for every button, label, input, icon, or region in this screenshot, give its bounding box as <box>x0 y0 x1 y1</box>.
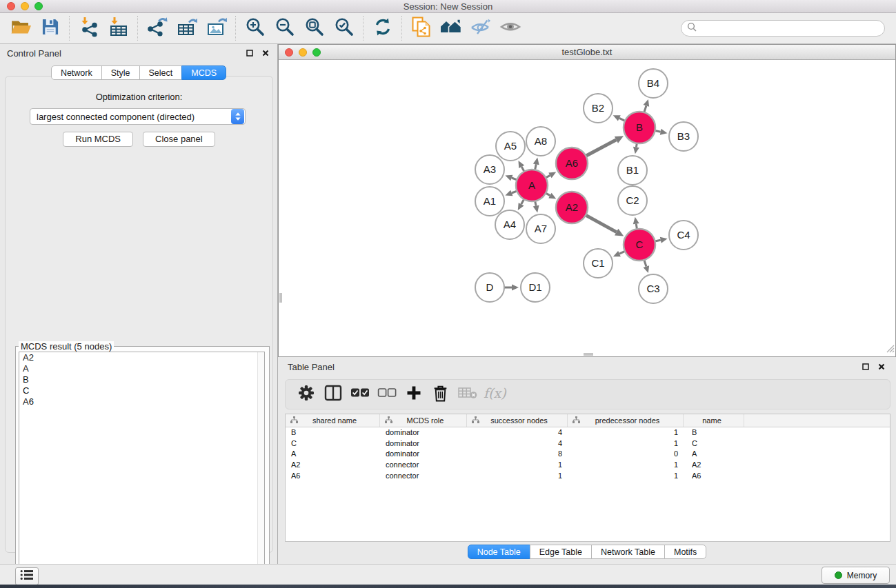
table-cell[interactable]: C <box>684 438 744 449</box>
column-header-predecessor-nodes[interactable]: predecessor nodes <box>568 414 684 427</box>
home-button[interactable] <box>436 15 466 41</box>
hide-selected-button[interactable] <box>466 15 495 41</box>
zoom-selected-button[interactable] <box>329 15 359 41</box>
table-cell[interactable]: 1 <box>568 460 684 471</box>
tab-select[interactable]: Select <box>139 65 183 80</box>
clear-checks-button[interactable] <box>373 381 400 407</box>
table-cell[interactable]: 1 <box>467 471 568 482</box>
show-all-button[interactable] <box>495 15 525 41</box>
horizontal-scroll-thumb[interactable] <box>584 353 593 356</box>
import-table-button[interactable] <box>103 15 133 41</box>
open-session-button[interactable] <box>6 15 35 41</box>
select-all-checks-button[interactable] <box>346 381 373 407</box>
run-mcds-button[interactable]: Run MCDS <box>63 132 133 147</box>
graph-node-c2[interactable]: C2 <box>618 186 647 215</box>
graph-node-a[interactable]: A <box>516 170 548 201</box>
tab-edge-table[interactable]: Edge Table <box>530 545 592 559</box>
zoom-fit-button[interactable] <box>299 15 329 41</box>
column-header-shared-name[interactable]: shared name <box>286 414 380 427</box>
graph-edge[interactable] <box>655 240 660 241</box>
column-header-name[interactable]: name <box>684 414 744 427</box>
tab-network[interactable]: Network <box>51 65 102 80</box>
graph-node-c3[interactable]: C3 <box>639 274 668 303</box>
graph-node-b[interactable]: B <box>624 112 655 143</box>
table-cell[interactable]: 1 <box>467 460 568 471</box>
resize-grip-icon[interactable] <box>885 343 895 356</box>
graph-node-a7[interactable]: A7 <box>526 214 555 243</box>
graph-node-c1[interactable]: C1 <box>584 249 613 278</box>
column-header-successor-nodes[interactable]: successor nodes <box>467 414 568 427</box>
search-input[interactable] <box>700 23 879 33</box>
table-cell[interactable]: dominator <box>380 427 467 438</box>
graph-node-d1[interactable]: D1 <box>521 273 550 302</box>
table-cell[interactable]: dominator <box>380 449 467 460</box>
graph-node-a2[interactable]: A2 <box>556 192 588 223</box>
graph-node-c4[interactable]: C4 <box>669 221 698 250</box>
export-table-button[interactable] <box>172 15 201 41</box>
network-close-button[interactable] <box>285 48 293 57</box>
network-canvas[interactable]: B4B2BB3A8A5A6A3B1AA1C2A2A4A7C4CC1C3DD1 <box>279 60 895 356</box>
table-cell[interactable]: 8 <box>467 449 568 460</box>
graph-edge[interactable] <box>644 105 646 112</box>
network-documents-button[interactable] <box>406 15 436 41</box>
zoom-in-button[interactable] <box>240 15 270 41</box>
mcds-result-item[interactable]: A <box>19 363 264 374</box>
float-panel-icon[interactable] <box>245 48 255 58</box>
refresh-button[interactable] <box>368 15 397 41</box>
close-window-button[interactable] <box>7 2 15 10</box>
network-minimize-button[interactable] <box>299 48 307 57</box>
memory-button[interactable]: Memory <box>822 567 890 584</box>
tab-style[interactable]: Style <box>101 65 140 80</box>
table-row[interactable]: A6connector11A6 <box>286 471 890 482</box>
table-cell[interactable]: 1 <box>568 438 684 449</box>
table-cell[interactable]: A2 <box>286 460 380 471</box>
search-box[interactable] <box>681 20 885 37</box>
tab-node-table[interactable]: Node Table <box>468 545 530 559</box>
graph-node-b3[interactable]: B3 <box>669 122 698 151</box>
table-row[interactable]: A2connector11A2 <box>286 460 890 471</box>
table-cell[interactable]: A6 <box>286 471 380 482</box>
mcds-result-item[interactable]: B <box>19 374 264 385</box>
table-cell[interactable]: connector <box>380 460 467 471</box>
save-session-button[interactable] <box>35 15 65 41</box>
table-cell[interactable]: 4 <box>467 427 568 438</box>
vertical-scroll-thumb[interactable] <box>279 293 282 303</box>
zoom-out-button[interactable] <box>270 15 299 41</box>
graph-node-b2[interactable]: B2 <box>584 94 613 123</box>
table-float-panel-icon[interactable] <box>861 362 870 372</box>
zoom-window-button[interactable] <box>34 2 43 10</box>
graph-edge[interactable] <box>521 199 524 204</box>
mcds-result-item[interactable]: A2 <box>19 352 264 363</box>
table-close-panel-icon[interactable] <box>877 362 886 372</box>
close-panel-button[interactable]: Close panel <box>143 132 215 147</box>
graph-node-c[interactable]: C <box>624 229 655 261</box>
export-network-button[interactable] <box>142 15 172 41</box>
graph-node-a6[interactable]: A6 <box>556 148 588 179</box>
graph-node-b1[interactable]: B1 <box>618 156 647 185</box>
graph-node-a4[interactable]: A4 <box>495 210 524 239</box>
mcds-result-item[interactable]: C <box>19 385 264 396</box>
table-cell[interactable]: B <box>286 427 380 438</box>
graph-node-a1[interactable]: A1 <box>475 187 504 216</box>
column-header-MCDS-role[interactable]: MCDS role <box>380 414 467 427</box>
table-cell[interactable]: A <box>286 449 380 460</box>
import-network-button[interactable] <box>74 15 103 41</box>
network-zoom-button[interactable] <box>312 48 321 57</box>
graph-node-b4[interactable]: B4 <box>639 69 668 98</box>
graph-edge[interactable] <box>644 260 646 267</box>
split-columns-button[interactable] <box>319 381 346 407</box>
tab-network-table[interactable]: Network Table <box>591 545 665 559</box>
graph-node-d[interactable]: D <box>475 273 504 302</box>
table-cell[interactable]: A <box>684 449 744 460</box>
table-row[interactable]: Cdominator41C <box>286 438 890 449</box>
graph-edge[interactable] <box>619 251 625 254</box>
table-cell[interactable]: 1 <box>568 427 684 438</box>
table-cell[interactable]: connector <box>380 471 467 482</box>
graph-edge[interactable] <box>586 215 617 232</box>
table-cell[interactable]: A6 <box>684 471 744 482</box>
delete-row-button[interactable] <box>427 381 454 407</box>
tab-motifs[interactable]: Motifs <box>664 545 706 559</box>
tab-mcds[interactable]: MCDS <box>181 65 226 80</box>
graph-edge[interactable] <box>586 140 616 156</box>
export-image-button[interactable] <box>201 15 231 41</box>
